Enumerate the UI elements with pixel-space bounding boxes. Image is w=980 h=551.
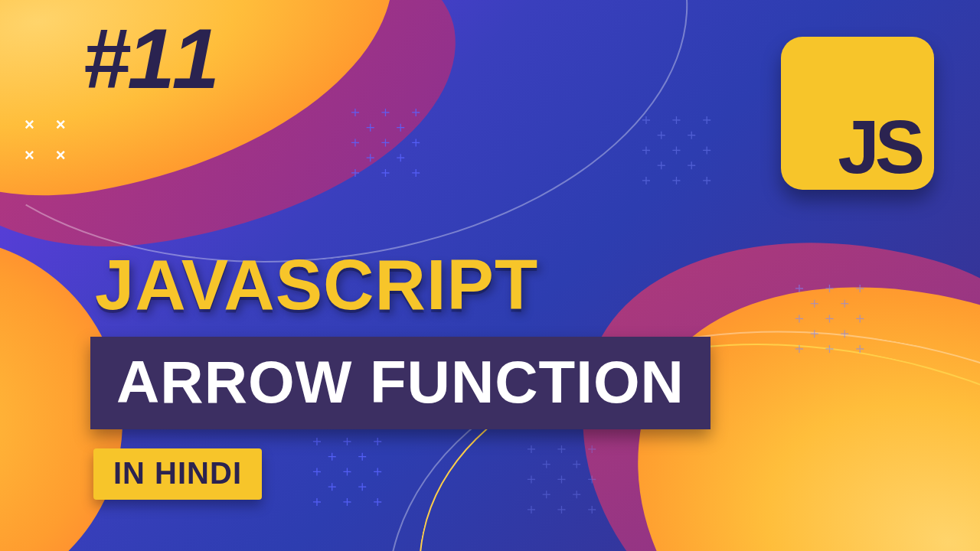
episode-number: #11 [83,9,217,108]
subtitle-banner: ARROW FUNCTION [90,337,710,429]
main-title: JAVASCRIPT [95,245,538,325]
thumbnail-stage: ××××××××××××× ××××××××××××× ××××××××××××… [0,0,980,551]
js-logo-text: JS [838,116,920,179]
js-logo-badge: JS [781,37,934,190]
x-row-white: ×× [24,145,87,165]
x-row-white: ×× [24,115,87,135]
x-pattern-cluster: ××××××××××××× [598,77,750,229]
language-badge: IN HINDI [93,448,262,500]
